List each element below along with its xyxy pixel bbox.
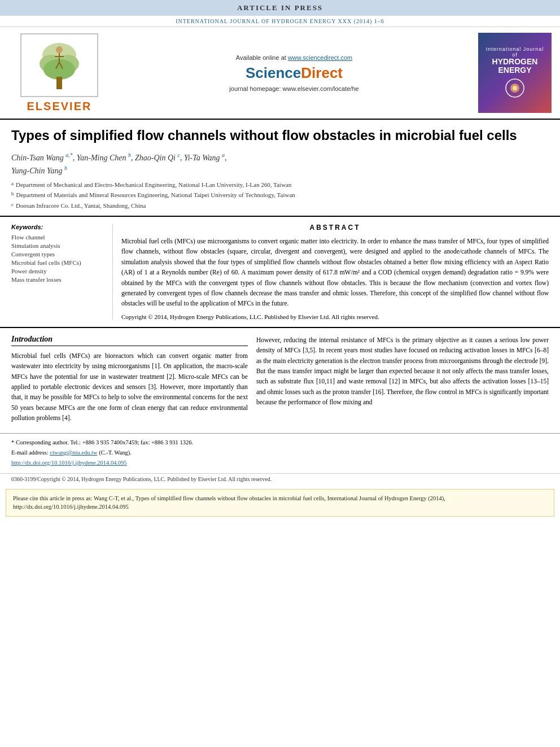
introduction-right-text: However, reducing the internal resistanc… — [256, 335, 549, 408]
affiliation-b: b Department of Materials and Mineral Re… — [11, 190, 549, 200]
keywords-section: Keywords: Flow channel Simulation analys… — [11, 224, 113, 320]
abstract-copyright: Copyright © 2014, Hydrogen Energy Public… — [121, 313, 549, 320]
affiliation-a: a Department of Mechanical and Electro-M… — [11, 180, 549, 190]
corresponding-author: * Corresponding author. Tel.: +886 3 935… — [11, 438, 549, 447]
svg-rect-6 — [56, 77, 62, 89]
introduction-left-text: Microbial fuel cells (MFCs) are bioreact… — [11, 351, 248, 423]
keywords-title: Keywords: — [11, 224, 106, 230]
abstract-title: ABSTRACT — [121, 224, 549, 231]
article-title-section: Types of simplified flow channels withou… — [0, 120, 560, 217]
authors-line: Chin-Tsan Wang a,*, Yan-Ming Chen b, Zha… — [11, 151, 549, 176]
right-column: However, reducing the internal resistanc… — [256, 335, 549, 427]
abstract-text: Microbial fuel cells (MFCs) use microorg… — [121, 236, 549, 309]
right-logo-line3: ENERGY — [498, 66, 531, 75]
doi-link: http://dx.doi.org/10.1016/j.ijhydene.201… — [11, 458, 549, 468]
keyword-5: Power density — [11, 268, 106, 274]
keyword-4: Microbial fuel cells (MFCs) — [11, 259, 106, 266]
journal-homepage-text: journal homepage: www.elsevier.com/locat… — [229, 85, 358, 92]
journal-header: INTERNATIONAL JOURNAL OF HYDROGEN ENERGY… — [0, 16, 560, 27]
introduction-title: Introduction — [11, 335, 248, 346]
footnote-section: * Corresponding author. Tel.: +886 3 935… — [0, 433, 560, 473]
email-link[interactable]: ctwang@niu.edu.tw — [50, 449, 97, 456]
hydrogen-energy-logo: International Journal of HYDROGEN ENERGY — [478, 33, 552, 113]
available-online-text: Available online at www.sciencedirect.co… — [236, 54, 352, 61]
svg-point-14 — [513, 86, 517, 90]
keyword-1: Flow channel — [11, 234, 106, 241]
svg-point-7 — [56, 46, 63, 53]
email-line: E-mail address: ctwang@niu.edu.tw (C.-T.… — [11, 448, 549, 457]
journal-header-text: INTERNATIONAL JOURNAL OF HYDROGEN ENERGY… — [176, 18, 384, 24]
main-content-section: Keywords: Flow channel Simulation analys… — [0, 217, 560, 328]
right-logo-line2: HYDROGEN — [492, 58, 538, 66]
affiliations: a Department of Mechanical and Electro-M… — [11, 180, 549, 211]
article-in-press-banner: ARTICLE IN PRESS — [0, 0, 560, 16]
elsevier-tree-icon — [20, 33, 99, 98]
cite-bar: Please cite this article in press as: Wa… — [6, 489, 554, 517]
left-column: Introduction Microbial fuel cells (MFCs)… — [11, 335, 248, 427]
right-logo-line1: International Journal of — [483, 46, 547, 58]
copyright-bar: 0360-3199/Copyright © 2014, Hydrogen Ene… — [0, 473, 560, 484]
top-section: ELSEVIER Available online at www.science… — [0, 27, 560, 120]
article-title: Types of simplified flow channels withou… — [11, 126, 549, 144]
sciencedirect-logo: ScienceDirect — [246, 64, 343, 82]
elsevier-name: ELSEVIER — [27, 100, 92, 113]
keyword-3: Convergent types — [11, 251, 106, 257]
logo-decoration-icon — [504, 77, 526, 99]
keyword-2: Simulation analysis — [11, 242, 106, 249]
body-content: Introduction Microbial fuel cells (MFCs)… — [0, 328, 560, 434]
center-header: Available online at www.sciencedirect.co… — [116, 33, 473, 113]
sciencedirect-url[interactable]: www.sciencedirect.com — [288, 54, 352, 61]
banner-text: ARTICLE IN PRESS — [237, 3, 323, 12]
abstract-section: ABSTRACT Microbial fuel cells (MFCs) use… — [121, 224, 549, 320]
affiliation-c: c Doosan Infracore Co. Ltd., Yantai, Sha… — [11, 201, 549, 211]
keyword-6: Mass transfer losses — [11, 276, 106, 283]
elsevier-logo: ELSEVIER — [8, 33, 110, 113]
